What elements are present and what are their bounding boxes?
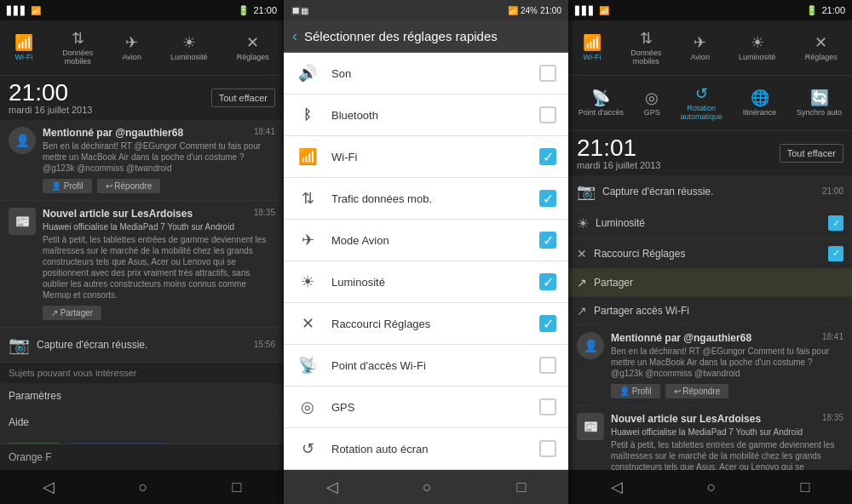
right-qs-data[interactable]: ⇅ Donnéesmobiles xyxy=(625,26,666,70)
left-clear-button[interactable]: Tout effacer xyxy=(211,89,275,107)
right-notif-mention-icon: 👤 xyxy=(577,332,604,359)
home-button-left[interactable]: ○ xyxy=(129,475,158,500)
left-quick-settings: 📶 Wi-Fi ⇅ Donnéesmobiles ✈ Avion ☀ Lumin… xyxy=(0,20,284,76)
right-notif-article-icon: 📰 xyxy=(577,413,604,440)
right-signal-icon: ▋▋▋ xyxy=(575,6,596,15)
back-button-center[interactable]: ◁ xyxy=(316,474,348,500)
right-qs-airplane[interactable]: ✈ Avion xyxy=(686,30,715,66)
right-notif-mention-body: Ben en la déchirant! RT @EGungor Comment… xyxy=(611,346,843,379)
right-notif-article-title: Nouvel article sur LesArdoises xyxy=(611,413,761,425)
menu-aide[interactable]: Aide xyxy=(0,410,284,436)
settings-rotation[interactable]: ↺ Rotation auto écran xyxy=(284,428,568,470)
home-button-right[interactable]: ○ xyxy=(697,475,727,500)
right-qs-synchro-label: Synchro auto xyxy=(797,109,842,117)
settings-bluetooth[interactable]: ᛒ Bluetooth xyxy=(284,94,568,136)
notif-article: 📰 Nouvel article sur LesArdoises 18:35 H… xyxy=(0,201,284,328)
right-partager-row[interactable]: ↗ Partager xyxy=(568,269,852,297)
airplane-qs-icon: ✈ xyxy=(125,33,138,52)
luminosite-checkbox[interactable]: ✓ xyxy=(539,273,556,290)
battery-icon: 🔋 xyxy=(238,5,250,16)
qs-settings[interactable]: ✕ Réglages xyxy=(232,30,274,66)
right-quick-settings-row2: 📡 Point d'accès ◎ GPS ↺ Rotationautomati… xyxy=(568,76,852,131)
settings-gps[interactable]: ◎ GPS xyxy=(284,387,568,428)
center-back-button[interactable]: ‹ xyxy=(292,27,297,45)
gps-checkbox[interactable] xyxy=(539,398,556,415)
right-capture-text: Capture d'écran réussie. xyxy=(602,186,815,198)
menu-parametres[interactable]: Paramètres xyxy=(0,383,284,410)
qs-data[interactable]: ⇅ Donnéesmobiles xyxy=(57,26,98,70)
left-time-block: 21:00 mardi 16 juillet 2013 xyxy=(9,81,92,115)
settings-son[interactable]: 🔊 Son xyxy=(284,53,568,94)
right-qs-brightness[interactable]: ☀ Luminosité xyxy=(734,30,781,66)
settings-luminosite[interactable]: ☀ Luminosité ✓ xyxy=(284,261,568,303)
trafic-checkbox[interactable]: ✓ xyxy=(539,190,556,207)
right-raccourci-row: ✕ Raccourci Réglages ✓ xyxy=(568,239,852,269)
qs-airplane[interactable]: ✈ Avion xyxy=(118,30,147,66)
right-notif-repondre-button[interactable]: ↩ Répondre xyxy=(665,384,729,398)
rotation-checkbox[interactable] xyxy=(539,440,556,457)
left-notification-list: 👤 Mentionné par @ngauthier68 18:41 Ben e… xyxy=(0,120,284,444)
right-qs-gps[interactable]: ◎ GPS xyxy=(639,85,665,121)
settings-wifi[interactable]: 📶 Wi-Fi ✓ xyxy=(284,136,568,178)
home-button-center[interactable]: ○ xyxy=(412,475,442,500)
recents-button-right[interactable]: □ xyxy=(791,475,820,500)
notif-partager-button[interactable]: ↗ Partager xyxy=(43,306,101,320)
bluetooth-checkbox[interactable] xyxy=(539,106,556,123)
right-notification-list: 📷 Capture d'écran réussie. 21:00 ☀ Lumin… xyxy=(568,175,852,470)
right-wifi-icon: 📶 xyxy=(599,6,609,15)
center-panel: 🔲▦ 📶 24% 21:00 ‹ Sélectionner des réglag… xyxy=(284,0,568,504)
hotspot-checkbox[interactable] xyxy=(539,357,556,374)
right-qs-wifi[interactable]: 📶 Wi-Fi xyxy=(578,30,607,66)
settings-avion[interactable]: ✈ Mode Avion ✓ xyxy=(284,220,568,261)
settings-raccourci[interactable]: ✕ Raccourci Réglages ✓ xyxy=(284,303,568,345)
left-time: 21:00 xyxy=(253,5,277,15)
right-qs-rotation-label: Rotationautomatique xyxy=(681,105,723,122)
left-status-bar: ▋▋▋ 📶 🔋 21:00 xyxy=(0,0,284,20)
right-notif-mention-actions: 👤 Profil ↩ Répondre xyxy=(611,384,843,398)
right-qs-itinerance[interactable]: 🌐 Itinérance xyxy=(738,85,782,121)
right-qs-gps-label: GPS xyxy=(644,109,660,117)
wifi-row-label: Wi-Fi xyxy=(331,151,527,163)
qs-wifi[interactable]: 📶 Wi-Fi xyxy=(9,30,38,66)
right-qs-brightness-label: Luminosité xyxy=(739,54,776,62)
qs-brightness[interactable]: ☀ Luminosité xyxy=(165,30,213,66)
recents-button-center[interactable]: □ xyxy=(506,475,536,500)
settings-hotspot[interactable]: 📡 Point d'accès Wi-Fi xyxy=(284,345,568,387)
right-clear-button[interactable]: Tout effacer xyxy=(780,144,843,163)
center-status-bar: 🔲▦ 📶 24% 21:00 xyxy=(284,0,568,20)
son-checkbox[interactable] xyxy=(539,65,556,82)
right-status-bar: ▋▋▋ 📶 🔋 21:00 xyxy=(568,0,852,20)
qs-data-label: Donnéesmobiles xyxy=(62,49,93,66)
right-notif-article-content: Nouvel article sur LesArdoises 18:35 Hua… xyxy=(611,413,843,470)
center-bottom-nav: ◁ ○ □ xyxy=(284,470,568,504)
right-qs-settings[interactable]: ✕ Réglages xyxy=(800,30,843,66)
settings-trafic[interactable]: ⇅ Trafic données mob. ✓ xyxy=(284,178,568,220)
avion-checkbox[interactable]: ✓ xyxy=(539,232,556,249)
right-notif-profil-button[interactable]: 👤 Profil xyxy=(611,384,660,398)
notif-profil-button[interactable]: 👤 Profil xyxy=(43,179,92,193)
center-time: 21:00 xyxy=(540,6,561,15)
center-settings-list: 🔊 Son ᛒ Bluetooth 📶 Wi-Fi ✓ ⇅ Trafic don… xyxy=(284,53,568,470)
notif-repondre-button[interactable]: ↩ Répondre xyxy=(97,179,161,193)
right-rotation-qs-icon: ↺ xyxy=(695,84,708,103)
notif-article-time: 18:35 xyxy=(254,208,275,217)
right-qs-synchro[interactable]: 🔄 Synchro auto xyxy=(792,85,847,121)
right-qs-hotspot[interactable]: 📡 Point d'accès xyxy=(573,85,629,121)
notif-article-actions: ↗ Partager xyxy=(43,306,275,320)
back-button-right[interactable]: ◁ xyxy=(601,474,633,500)
right-bottom-nav: ◁ ○ □ xyxy=(568,470,852,504)
right-time-block: 21:01 mardi 16 juillet 2013 xyxy=(577,136,660,170)
left-panel: ▋▋▋ 📶 🔋 21:00 📶 Wi-Fi ⇅ Donnéesmobiles ✈… xyxy=(0,0,284,504)
raccourci-checkbox[interactable]: ✓ xyxy=(539,315,556,332)
trafic-icon: ⇅ xyxy=(296,186,320,210)
wifi-checkbox[interactable]: ✓ xyxy=(539,148,556,165)
right-settings-qs-icon: ✕ xyxy=(815,33,827,52)
center-title: Sélectionner des réglages rapides xyxy=(304,29,498,43)
bluetooth-label: Bluetooth xyxy=(331,109,527,122)
left-time-header: 21:00 mardi 16 juillet 2013 Tout effacer xyxy=(0,76,284,120)
raccourci-icon: ✕ xyxy=(296,312,320,335)
center-status-right: 📶 24% 21:00 xyxy=(508,6,561,15)
right-qs-rotation[interactable]: ↺ Rotationautomatique xyxy=(676,81,728,125)
recents-button-left[interactable]: □ xyxy=(222,475,252,500)
back-button-left[interactable]: ◁ xyxy=(32,474,65,500)
